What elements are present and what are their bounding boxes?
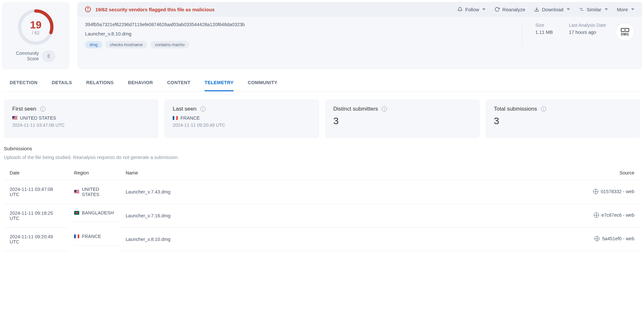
size-value: 1.11 MB bbox=[535, 30, 553, 35]
globe-icon bbox=[593, 189, 598, 194]
cell-source: e7c87ec6 - web bbox=[582, 204, 640, 227]
file-tag[interactable]: checks-hostname bbox=[105, 41, 147, 48]
file-tag[interactable]: contains-macho bbox=[150, 41, 189, 48]
cell-region: BANGLADESH bbox=[68, 204, 120, 222]
table-row: 2024-11-11 09:18:25 UTCBANGLADESHLaunche… bbox=[4, 204, 640, 227]
tab-relations[interactable]: RELATIONS bbox=[86, 77, 114, 91]
chevron-down-icon bbox=[567, 8, 570, 10]
cell-date: 2024-11-11 09:20:49 UTC bbox=[4, 227, 68, 251]
info-icon[interactable]: i bbox=[382, 106, 387, 112]
total-submissions-card: Total submissions i 3 bbox=[485, 99, 640, 138]
tab-details[interactable]: DETAILS bbox=[52, 77, 72, 91]
region-name: FRANCE bbox=[82, 234, 101, 239]
distinct-submitters-card: Distinct submitters i 3 bbox=[325, 99, 480, 138]
similar-icon bbox=[579, 7, 584, 12]
score-card: 19 / 62 Community Score bbox=[2, 2, 70, 69]
last-seen-card: Last seen i FRANCE 2024-11-11 09:20:49 U… bbox=[164, 99, 319, 138]
region-name: UNITED STATES bbox=[82, 187, 114, 197]
cell-source: 5a451ef0 - web bbox=[582, 227, 640, 251]
file-tag[interactable]: dmg bbox=[85, 41, 102, 48]
cell-name: Launcher_v.8.10.dmg bbox=[120, 227, 582, 251]
distinct-title: Distinct submitters bbox=[333, 106, 378, 112]
tab-content[interactable]: CONTENT bbox=[167, 77, 190, 91]
caret-up-icon bbox=[47, 54, 50, 56]
file-header: ! 19/62 security vendors flagged this fi… bbox=[77, 2, 642, 69]
alert-icon: ! bbox=[85, 6, 91, 12]
more-button[interactable]: More bbox=[617, 7, 634, 12]
source-text: 01578332 - web bbox=[601, 189, 634, 194]
last-seen-time: 2024-11-11 09:20:49 UTC bbox=[173, 123, 311, 128]
chevron-down-icon bbox=[631, 8, 634, 10]
file-type-text: DMG bbox=[621, 33, 629, 36]
follow-label: Follow bbox=[465, 7, 479, 12]
source-text: e7c87ec6 - web bbox=[601, 212, 634, 218]
last-analysis-label: Last Analysis Date bbox=[569, 23, 606, 28]
globe-icon bbox=[594, 212, 599, 218]
alert-text: 19/62 security vendors flagged this file… bbox=[95, 7, 453, 12]
tab-detection[interactable]: DETECTION bbox=[10, 77, 37, 91]
last-seen-title: Last seen bbox=[173, 106, 197, 112]
total-value: 3 bbox=[494, 115, 632, 126]
score-gauge: 19 / 62 bbox=[16, 8, 55, 46]
follow-button[interactable]: Follow bbox=[457, 7, 485, 12]
col-name: Name bbox=[120, 166, 582, 180]
malicious-alert-bar: ! 19/62 security vendors flagged this fi… bbox=[77, 2, 642, 17]
reanalyze-button[interactable]: Reanalyze bbox=[495, 7, 525, 12]
submissions-table: Date Region Name Source 2024-11-11 03:47… bbox=[4, 166, 640, 251]
file-hash: 394fb5a7321ef62296d7119efe0874626aaf03ab… bbox=[85, 22, 509, 27]
similar-label: Similar bbox=[587, 7, 601, 12]
file-name: Launcher_v.8.10.dmg bbox=[85, 31, 509, 36]
similar-button[interactable]: Similar bbox=[579, 7, 608, 12]
cell-source: 01578332 - web bbox=[582, 180, 640, 204]
submissions-title: Submissions bbox=[4, 146, 640, 152]
region-name: BANGLADESH bbox=[82, 210, 114, 215]
cell-date: 2024-11-11 03:47:08 UTC bbox=[4, 180, 68, 204]
flag-fr-icon bbox=[173, 116, 178, 120]
score-total-count: / 62 bbox=[32, 30, 39, 35]
community-score-label: Community Score bbox=[16, 51, 39, 62]
cell-name: Launcher_v.7.16.dmg bbox=[120, 204, 582, 227]
refresh-icon bbox=[495, 7, 500, 12]
source-text: 5a451ef0 - web bbox=[602, 236, 634, 241]
table-row: 2024-11-11 09:20:49 UTCFRANCELauncher_v.… bbox=[4, 227, 640, 251]
download-label: Download bbox=[542, 7, 563, 12]
last-seen-country: FRANCE bbox=[180, 115, 200, 121]
cell-region: UNITED STATES bbox=[68, 180, 120, 204]
chevron-down-icon bbox=[482, 8, 485, 10]
col-source: Source bbox=[582, 166, 640, 180]
flag-fr-icon bbox=[74, 234, 79, 238]
download-icon bbox=[534, 7, 539, 12]
globe-icon bbox=[594, 236, 600, 241]
last-analysis-value: 17 hours ago bbox=[569, 30, 606, 35]
info-icon[interactable]: i bbox=[541, 106, 546, 112]
size-label: Size bbox=[535, 23, 553, 28]
tab-telemetry[interactable]: TELEMETRY bbox=[205, 77, 234, 91]
cell-date: 2024-11-11 09:18:25 UTC bbox=[4, 204, 68, 227]
first-seen-time: 2024-11-11 03:47:08 UTC bbox=[12, 123, 150, 128]
info-icon[interactable]: i bbox=[40, 106, 45, 112]
cell-name: Launcher_v.7.43.dmg bbox=[120, 180, 582, 204]
flag-bd-icon bbox=[74, 211, 79, 215]
col-date: Date bbox=[4, 166, 68, 180]
total-title: Total submissions bbox=[494, 106, 537, 112]
bell-icon bbox=[457, 7, 463, 12]
community-score-stepper[interactable] bbox=[42, 50, 55, 62]
file-type-badge: DMG bbox=[616, 23, 634, 41]
more-label: More bbox=[617, 7, 628, 12]
submissions-subtitle: Uploads of the file being studied. Reana… bbox=[4, 155, 640, 160]
flag-us-icon bbox=[12, 116, 17, 120]
score-malicious-count: 19 bbox=[30, 19, 42, 31]
first-seen-card: First seen i UNITED STATES 2024-11-11 03… bbox=[4, 99, 159, 138]
tab-community[interactable]: COMMUNITY bbox=[248, 77, 277, 91]
distinct-value: 3 bbox=[333, 115, 471, 126]
caret-down-icon bbox=[47, 56, 50, 58]
tab-bar: DETECTIONDETAILSRELATIONSBEHAVIORCONTENT… bbox=[2, 69, 642, 92]
tab-behavior[interactable]: BEHAVIOR bbox=[128, 77, 153, 91]
flag-us-icon bbox=[74, 190, 79, 194]
first-seen-country: UNITED STATES bbox=[20, 115, 56, 121]
info-icon[interactable]: i bbox=[200, 106, 206, 112]
reanalyze-label: Reanalyze bbox=[502, 7, 525, 12]
download-button[interactable]: Download bbox=[534, 7, 570, 12]
cell-region: FRANCE bbox=[68, 227, 120, 246]
table-row: 2024-11-11 03:47:08 UTCUNITED STATESLaun… bbox=[4, 180, 640, 204]
